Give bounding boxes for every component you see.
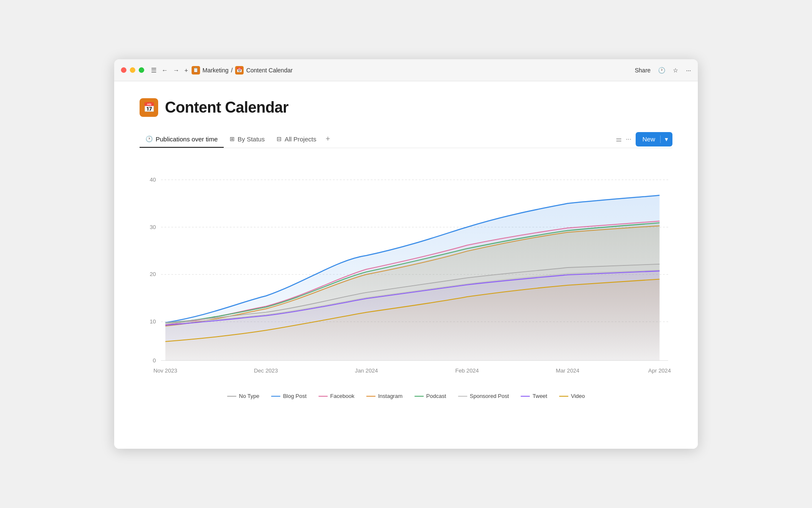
more-views-icon[interactable]: ··· bbox=[626, 135, 631, 143]
marketing-icon: 📋 bbox=[192, 66, 200, 75]
x-label-mar: Mar 2024 bbox=[556, 367, 579, 374]
main-content: 📅 Content Calendar 🕐 Publications over t… bbox=[114, 81, 698, 449]
share-button[interactable]: Share bbox=[635, 67, 650, 74]
add-tab-button[interactable]: + bbox=[184, 66, 188, 74]
new-button[interactable]: New ▾ bbox=[636, 132, 672, 146]
legend-tweet: Tweet bbox=[521, 393, 547, 399]
legend-blogpost-label: Blog Post bbox=[283, 393, 307, 399]
tab-bar: 🕐 Publications over time ⊞ By Status ⊟ A… bbox=[140, 130, 672, 148]
legend-notype-label: No Type bbox=[239, 393, 259, 399]
legend-podcast-label: Podcast bbox=[426, 393, 446, 399]
chart-legend: No Type Blog Post Facebook Instagram Pod… bbox=[140, 393, 672, 399]
grid-icon: ⊟ bbox=[277, 135, 282, 142]
app-window: ☰ ← → + 📋 Marketing / 📅 Content Calendar… bbox=[114, 59, 698, 449]
legend-tweet-label: Tweet bbox=[532, 393, 547, 399]
breadcrumb-parent[interactable]: Marketing bbox=[203, 67, 228, 74]
table-icon: ⊞ bbox=[230, 135, 235, 142]
legend-video-line bbox=[559, 396, 568, 397]
minimize-button[interactable] bbox=[130, 67, 135, 73]
legend-instagram-label: Instagram bbox=[378, 393, 403, 399]
filter-icon[interactable]: ⚌ bbox=[616, 135, 622, 143]
back-button[interactable]: ← bbox=[162, 66, 168, 74]
legend-instagram: Instagram bbox=[366, 393, 403, 399]
legend-sponsored-label: Sponsored Post bbox=[470, 393, 509, 399]
legend-blogpost-line bbox=[271, 396, 280, 397]
more-options-icon[interactable]: ··· bbox=[686, 67, 691, 74]
x-label-dec: Dec 2023 bbox=[254, 367, 278, 374]
legend-facebook: Facebook bbox=[318, 393, 354, 399]
legend-notype: No Type bbox=[227, 393, 259, 399]
forward-button[interactable]: → bbox=[173, 66, 179, 74]
y-label-40: 40 bbox=[150, 177, 156, 183]
x-label-jan: Jan 2024 bbox=[355, 367, 378, 374]
legend-podcast-line bbox=[414, 396, 424, 397]
tab-publications[interactable]: 🕐 Publications over time bbox=[140, 131, 224, 148]
x-label-feb: Feb 2024 bbox=[455, 367, 479, 374]
page-icon: 📅 bbox=[140, 98, 158, 117]
nav-controls: ☰ ← → + bbox=[151, 66, 188, 74]
new-button-label: New bbox=[642, 135, 660, 143]
chart-svg: 40 30 20 10 0 Nov 2023 Dec 2023 Jan 2024… bbox=[140, 161, 672, 384]
legend-video-label: Video bbox=[571, 393, 585, 399]
tab-publications-label: Publications over time bbox=[156, 135, 218, 143]
clock-icon: 🕐 bbox=[145, 135, 153, 142]
legend-instagram-line bbox=[366, 396, 376, 397]
tab-bystatus-label: By Status bbox=[238, 135, 265, 143]
legend-facebook-label: Facebook bbox=[330, 393, 354, 399]
page-title: Content Calendar bbox=[165, 99, 288, 116]
legend-sponsored-line bbox=[458, 396, 467, 397]
traffic-lights bbox=[121, 67, 144, 73]
add-view-button[interactable]: + bbox=[322, 130, 334, 148]
tab-allprojects-label: All Projects bbox=[285, 135, 316, 143]
content-calendar-icon: 📅 bbox=[235, 66, 244, 75]
legend-sponsored: Sponsored Post bbox=[458, 393, 509, 399]
history-icon[interactable]: 🕐 bbox=[658, 67, 665, 74]
close-button[interactable] bbox=[121, 67, 126, 73]
y-label-10: 10 bbox=[150, 318, 156, 325]
legend-blogpost: Blog Post bbox=[271, 393, 307, 399]
y-label-20: 20 bbox=[150, 271, 156, 277]
tab-bystatus[interactable]: ⊞ By Status bbox=[224, 131, 271, 148]
titlebar: ☰ ← → + 📋 Marketing / 📅 Content Calendar… bbox=[114, 59, 698, 81]
maximize-button[interactable] bbox=[139, 67, 144, 73]
legend-facebook-line bbox=[318, 396, 328, 397]
breadcrumb-current: Content Calendar bbox=[246, 67, 293, 74]
x-label-nov: Nov 2023 bbox=[154, 367, 177, 374]
new-button-chevron[interactable]: ▾ bbox=[660, 135, 672, 143]
hamburger-icon[interactable]: ☰ bbox=[151, 66, 156, 74]
tabs-right-actions: ⚌ ··· New ▾ bbox=[616, 132, 672, 146]
titlebar-actions: Share 🕐 ☆ ··· bbox=[635, 67, 691, 74]
legend-notype-line bbox=[227, 396, 236, 397]
legend-video: Video bbox=[559, 393, 585, 399]
breadcrumb-separator: / bbox=[231, 67, 233, 74]
chart-container: 40 30 20 10 0 Nov 2023 Dec 2023 Jan 2024… bbox=[140, 161, 672, 399]
chart-svg-wrapper: 40 30 20 10 0 Nov 2023 Dec 2023 Jan 2024… bbox=[140, 161, 672, 386]
y-label-0: 0 bbox=[153, 357, 156, 364]
breadcrumb: 📋 Marketing / 📅 Content Calendar bbox=[192, 66, 293, 75]
legend-tweet-line bbox=[521, 396, 530, 397]
legend-podcast: Podcast bbox=[414, 393, 446, 399]
y-label-30: 30 bbox=[150, 224, 156, 230]
x-label-apr: Apr 2024 bbox=[648, 367, 671, 374]
favorite-icon[interactable]: ☆ bbox=[673, 67, 678, 74]
page-header: 📅 Content Calendar bbox=[140, 98, 672, 117]
tab-allprojects[interactable]: ⊟ All Projects bbox=[271, 131, 322, 148]
